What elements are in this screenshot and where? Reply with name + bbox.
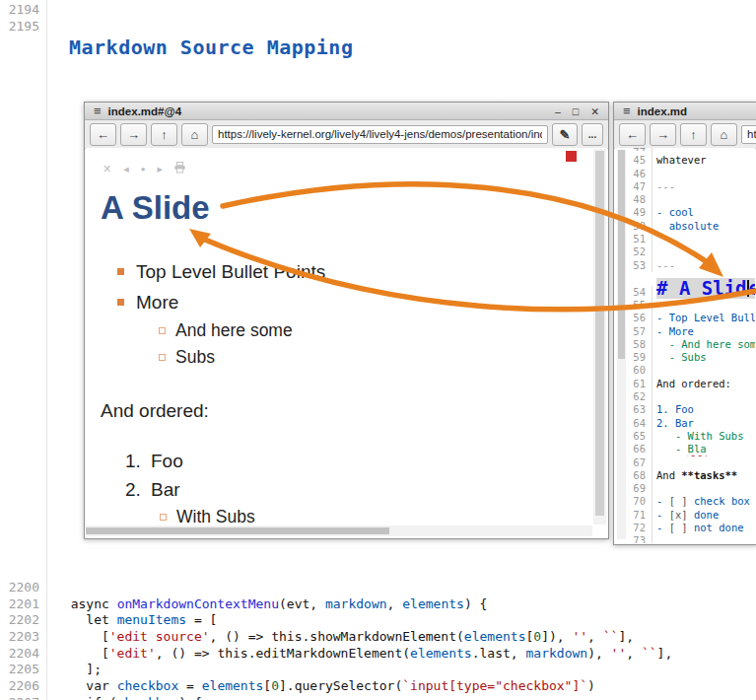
- editor-line[interactable]: 48: [624, 193, 755, 206]
- back-icon: ←: [97, 127, 109, 142]
- editor-line[interactable]: 72- [ ] not done: [624, 522, 755, 534]
- browser-navbar: ← → ↑ ⌂: [614, 120, 756, 149]
- up-button[interactable]: ↑: [680, 123, 707, 146]
- editor-line[interactable]: 47---: [624, 180, 755, 193]
- next-slide-icon[interactable]: ▸: [158, 163, 164, 175]
- list-number: 1.: [125, 448, 151, 476]
- bullet-hollow-square-icon: [159, 327, 166, 334]
- code-line[interactable]: 2202 let menuItems = [: [0, 612, 756, 629]
- editor-line[interactable]: 71- [x] done: [624, 509, 755, 522]
- editor-line[interactable]: 69: [624, 482, 755, 495]
- editor-line[interactable]: 68And **tasks**: [624, 469, 755, 482]
- url-input[interactable]: [741, 125, 756, 144]
- scrollbar-thumb[interactable]: [86, 527, 389, 534]
- editor-line[interactable]: 73: [624, 534, 755, 543]
- line-number: 57: [624, 325, 653, 338]
- back-button[interactable]: ←: [90, 123, 116, 146]
- window-titlebar[interactable]: ≡ index.md: [614, 103, 756, 120]
- editor-line[interactable]: 631. Foo: [624, 403, 755, 416]
- hamburger-menu-icon[interactable]: ≡: [623, 104, 631, 118]
- editor-line[interactable]: 51: [624, 233, 755, 245]
- editor-line[interactable]: 66 - Bla: [624, 443, 755, 455]
- vertical-scrollbar[interactable]: [593, 149, 606, 525]
- list-number: 2.: [125, 476, 151, 505]
- editor-line[interactable]: 49- cool: [624, 206, 755, 219]
- slide-dot-icon[interactable]: ●: [141, 165, 146, 174]
- editor-line[interactable]: 65 - With Subs: [624, 430, 755, 443]
- close-slide-icon[interactable]: ✕: [103, 163, 111, 175]
- window-titlebar[interactable]: ≡ index.md#@4 – □ ✕: [85, 103, 608, 120]
- code-line[interactable]: 2204 ['edit', () => this.editMarkdownEle…: [0, 646, 756, 663]
- markdown-section-heading: Markdown Source Mapping: [69, 35, 353, 59]
- prev-slide-icon[interactable]: ◂: [123, 163, 129, 175]
- editor-line[interactable]: 67: [624, 456, 755, 469]
- editor-line[interactable]: 59 - Subs: [624, 351, 755, 364]
- source-editor-window: ≡ index.md ← → ↑ ⌂ 4445whatever4647---48…: [613, 102, 756, 545]
- forward-button[interactable]: →: [650, 123, 676, 146]
- edit-button[interactable]: ✎: [552, 123, 578, 146]
- line-number: 2207: [0, 695, 39, 700]
- browser-navbar: ← → ↑ ⌂ ✎ ...: [85, 120, 608, 149]
- line-number: 2201: [0, 596, 39, 613]
- code-editor-region: 22002201 async onMarkdownContextMenu(evt…: [0, 580, 756, 700]
- minimize-button[interactable]: –: [555, 105, 561, 117]
- home-button[interactable]: ⌂: [181, 123, 208, 146]
- close-button[interactable]: ✕: [590, 105, 599, 117]
- editor-line[interactable]: 70- [ ] check box: [624, 495, 755, 508]
- editor-line[interactable]: 54# A Slide: [624, 272, 755, 299]
- code-line[interactable]: 2205 ];: [0, 662, 756, 678]
- editor-line[interactable]: 60: [624, 364, 755, 377]
- forward-button[interactable]: →: [120, 123, 147, 146]
- editor-scrollbar[interactable]: [617, 150, 626, 539]
- code-line[interactable]: 2201 async onMarkdownContextMenu(evt, ma…: [0, 596, 756, 613]
- back-button[interactable]: ←: [619, 123, 646, 146]
- line-number: 62: [624, 390, 653, 403]
- url-input[interactable]: [212, 125, 548, 144]
- code-line[interactable]: 2200: [0, 580, 756, 596]
- up-button[interactable]: ↑: [151, 123, 177, 146]
- horizontal-scrollbar[interactable]: [86, 525, 592, 536]
- slide-ordered-item: 1.Foo: [125, 448, 578, 476]
- bullet-square-icon: [117, 268, 124, 275]
- scrollbar-thumb[interactable]: [618, 150, 625, 359]
- pencil-icon: ✎: [560, 127, 571, 142]
- home-button[interactable]: ⌂: [711, 123, 737, 146]
- line-number: 2203: [0, 629, 39, 646]
- line-number: 2200: [0, 580, 39, 596]
- code-line[interactable]: 2203 ['edit source', () => this.showMark…: [0, 629, 756, 646]
- print-icon[interactable]: [174, 162, 185, 175]
- slide-bullet-item: Top Level Bullet Points: [136, 256, 578, 287]
- editor-line[interactable]: 62: [624, 390, 755, 403]
- slide-bullet-list: Top Level Bullet PointsMoreAnd here some…: [101, 256, 578, 371]
- line-number: 71: [624, 509, 653, 522]
- lively-editor-view: 2194 2195 Markdown Source Mapping ≡ inde…: [0, 0, 756, 700]
- window-title: index.md#@4: [108, 105, 182, 117]
- editor-line[interactable]: 56- Top Level Bullet Points: [624, 312, 755, 324]
- line-number: 45: [624, 154, 653, 167]
- editor-line[interactable]: 53---: [624, 259, 755, 272]
- line-number: 73: [624, 534, 653, 543]
- markdown-header-text[interactable]: # A Slide: [656, 278, 755, 299]
- editor-line[interactable]: 50 absolute: [624, 220, 755, 233]
- gutter-line-number: 2194: [0, 2, 39, 17]
- editor-line[interactable]: 58 - And here some: [624, 338, 755, 351]
- presentation-window: ≡ index.md#@4 – □ ✕ ← → ↑ ⌂ ✎ ... ✕ ◂ ● …: [84, 102, 609, 539]
- line-number: 2206: [0, 678, 39, 695]
- editor-line[interactable]: 55: [624, 299, 755, 312]
- line-number: 54: [624, 286, 653, 299]
- editor-line[interactable]: 61And ordered:: [624, 378, 755, 390]
- maximize-button[interactable]: □: [573, 105, 579, 117]
- editor-line[interactable]: 642. Bar: [624, 417, 755, 430]
- scrollbar-thumb[interactable]: [595, 151, 604, 516]
- editor-line[interactable]: 45whatever: [624, 154, 755, 167]
- line-number: 67: [624, 456, 653, 469]
- code-line[interactable]: 2207 if (checkbox) {: [0, 695, 756, 700]
- line-number: 64: [624, 417, 653, 430]
- code-line[interactable]: 2206 var checkbox = elements[0].querySel…: [0, 678, 756, 695]
- editor-line[interactable]: 52: [624, 245, 755, 258]
- text-cursor: [747, 280, 749, 297]
- editor-line[interactable]: 46: [624, 168, 755, 180]
- hamburger-menu-icon[interactable]: ≡: [94, 104, 102, 118]
- more-button[interactable]: ...: [582, 123, 603, 146]
- editor-line[interactable]: 57- More: [624, 325, 755, 338]
